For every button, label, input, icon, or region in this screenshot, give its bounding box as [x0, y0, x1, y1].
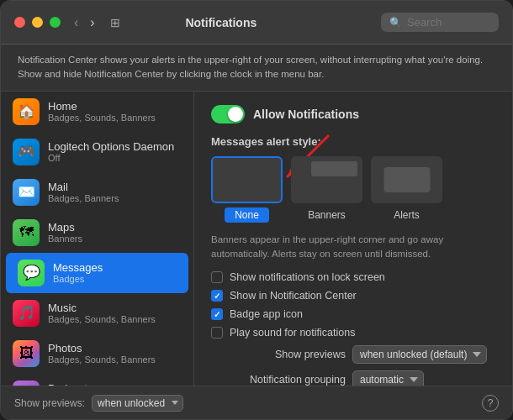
notification-grouping-select[interactable]: automatic by app off	[352, 370, 424, 386]
alert-styles-container: None Banners Alerts	[211, 156, 495, 223]
close-button[interactable]	[14, 17, 25, 28]
home-sub: Badges, Sounds, Banners	[48, 113, 182, 123]
sidebar: 🏠HomeBadges, Sounds, Banners🎮Logitech Op…	[1, 92, 194, 386]
photos-name: Photos	[48, 342, 182, 354]
description-bar: Notification Center shows your alerts in…	[1, 45, 512, 92]
description-text: Notification Center shows your alerts in…	[18, 55, 483, 79]
alert-option-none[interactable]: None	[211, 156, 283, 223]
sidebar-item-logitech[interactable]: 🎮Logitech Options DaemonOff	[1, 132, 193, 172]
play-sound-label: Play sound for notifications	[230, 327, 355, 339]
none-preview	[211, 156, 283, 203]
maximize-button[interactable]	[50, 17, 61, 28]
messages-name: Messages	[53, 261, 177, 274]
home-icon: 🏠	[13, 98, 40, 125]
music-name: Music	[48, 302, 182, 314]
lock-screen-checkbox[interactable]	[211, 271, 223, 283]
titlebar: ‹ › ⊞ Notifications 🔍	[1, 1, 512, 45]
detail-panel: Allow Notifications Messages alert style…	[194, 92, 512, 386]
alert-option-banners[interactable]: Banners	[291, 156, 362, 223]
mail-icon: ✉️	[13, 179, 40, 206]
main-content: 🏠HomeBadges, Sounds, Banners🎮Logitech Op…	[1, 92, 512, 386]
help-icon: ?	[488, 397, 494, 409]
bottom-show-previews-label: Show previews:	[14, 397, 85, 409]
maps-icon: 🗺	[13, 219, 40, 246]
notification-center-label: Show in Notification Center	[230, 290, 357, 302]
search-bar: 🔍	[381, 13, 499, 32]
badge-app-label: Badge app icon	[230, 308, 303, 320]
checkbox-badge-app[interactable]: Badge app icon	[211, 308, 495, 320]
photos-icon: 🖼	[13, 340, 40, 367]
notification-center-checkbox[interactable]	[211, 290, 223, 302]
alerts-label: Alerts	[383, 207, 430, 223]
main-window: ‹ › ⊞ Notifications 🔍 Notification Cente…	[0, 0, 513, 420]
badge-app-checkbox[interactable]	[211, 308, 223, 320]
banners-preview	[291, 156, 362, 203]
banners-label: Banners	[298, 207, 356, 223]
checkbox-lock-screen[interactable]: Show notifications on lock screen	[211, 271, 495, 283]
banner-preview-element	[311, 161, 357, 176]
alert-option-alerts[interactable]: Alerts	[371, 156, 442, 223]
allow-notifications-row: Allow Notifications	[211, 105, 495, 123]
sidebar-item-music[interactable]: 🎵MusicBadges, Sounds, Banners	[1, 293, 193, 333]
lock-screen-label: Show notifications on lock screen	[230, 271, 385, 283]
help-button[interactable]: ?	[482, 395, 499, 412]
sidebar-item-messages[interactable]: 💬MessagesBadges	[6, 253, 188, 293]
show-previews-select[interactable]: when unlocked (default) always never	[352, 345, 487, 364]
messages-sub: Badges	[53, 274, 177, 284]
messages-icon: 💬	[18, 260, 45, 286]
none-label: None	[225, 207, 269, 223]
mail-name: Mail	[48, 181, 182, 193]
music-icon: 🎵	[13, 300, 40, 327]
show-previews-label: Show previews	[211, 349, 346, 360]
sidebar-item-photos[interactable]: 🖼PhotosBadges, Sounds, Banners	[1, 333, 193, 374]
logitech-icon: 🎮	[13, 139, 40, 165]
play-sound-checkbox[interactable]	[211, 327, 223, 339]
search-icon: 🔍	[389, 17, 402, 29]
minimize-button[interactable]	[32, 17, 43, 28]
sidebar-item-home[interactable]: 🏠HomeBadges, Sounds, Banners	[1, 92, 193, 132]
maps-name: Maps	[48, 221, 182, 234]
show-previews-row: Show previews when unlocked (default) al…	[211, 345, 495, 364]
checkbox-play-sound[interactable]: Play sound for notifications	[211, 327, 495, 339]
allow-notifications-toggle[interactable]	[211, 105, 245, 123]
banner-description: Banners appear in the upper-right corner…	[211, 233, 495, 262]
sidebar-item-podcasts[interactable]: 🎙PodcastsSounds, Banners	[1, 374, 193, 386]
music-sub: Badges, Sounds, Banners	[48, 314, 182, 324]
mail-sub: Badges, Banners	[48, 193, 182, 203]
alert-preview-element	[383, 167, 430, 192]
logitech-sub: Off	[48, 153, 182, 163]
alert-style-heading: Messages alert style:	[211, 135, 495, 148]
allow-notifications-label: Allow Notifications	[253, 108, 359, 121]
notification-grouping-row: Notification grouping automatic by app o…	[211, 370, 495, 386]
home-name: Home	[48, 100, 182, 113]
sidebar-item-maps[interactable]: 🗺MapsBanners	[1, 213, 193, 253]
window-title: Notifications	[61, 16, 381, 29]
bottom-show-previews-select[interactable]: when unlocked always never	[92, 395, 183, 412]
logitech-name: Logitech Options Daemon	[48, 140, 182, 153]
sidebar-item-mail[interactable]: ✉️MailBadges, Banners	[1, 172, 193, 213]
maps-sub: Banners	[48, 234, 182, 244]
photos-sub: Badges, Sounds, Banners	[48, 354, 182, 365]
bottom-bar: Show previews: when unlocked always neve…	[1, 386, 512, 419]
checkbox-notification-center[interactable]: Show in Notification Center	[211, 290, 495, 302]
traffic-lights	[14, 17, 61, 28]
search-input[interactable]	[407, 16, 491, 29]
alerts-preview	[371, 156, 442, 203]
notification-grouping-label: Notification grouping	[211, 374, 346, 386]
